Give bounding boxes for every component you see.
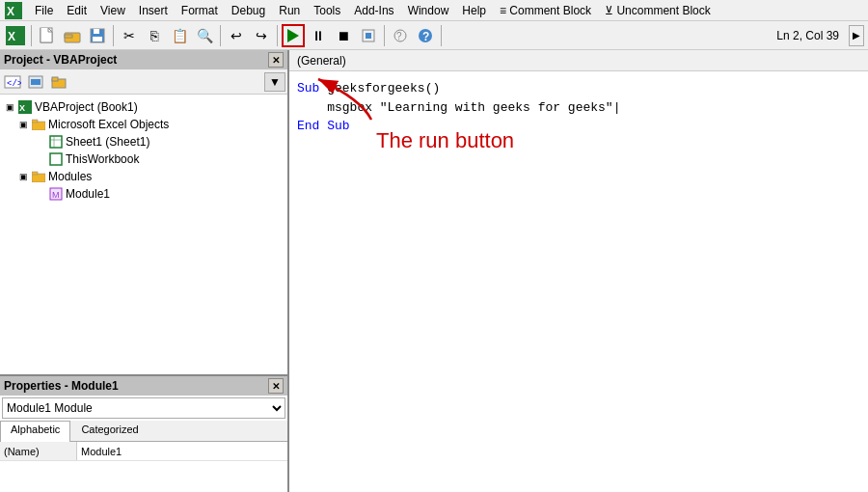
excel-icon: X — [17, 99, 33, 115]
properties-content: Module1 Module Alphabetic Categorized (N… — [0, 396, 287, 492]
toolbar-new-btn[interactable] — [36, 24, 59, 47]
toolbar-undo-btn[interactable]: ↩ — [225, 24, 248, 47]
tree-thisworkbook[interactable]: ▷ ThisWorkbook — [0, 150, 287, 168]
properties-tabs: Alphabetic Categorized — [0, 421, 287, 442]
toolbar-excel-icon: X — [4, 24, 27, 47]
menu-bar: X File Edit View Insert Format Debug Run… — [0, 0, 868, 21]
toolbar-paste-btn[interactable]: 📋 — [168, 24, 191, 47]
view-object-btn[interactable] — [25, 72, 46, 92]
svg-rect-11 — [93, 37, 102, 41]
view-code-btn[interactable]: </> — [2, 72, 23, 92]
project-scroll-btn[interactable]: ▼ — [264, 72, 285, 92]
tab-categorized[interactable]: Categorized — [70, 421, 149, 441]
svg-rect-31 — [50, 153, 62, 165]
prop-name-value: Module1 — [77, 446, 287, 457]
svg-text:?: ? — [396, 31, 402, 41]
sheet-icon — [48, 134, 64, 150]
properties-title: Properties - Module1 — [4, 379, 119, 393]
toolbar-copy-btn[interactable]: ⎘ — [143, 24, 166, 47]
tree-excel-objects[interactable]: ▣ Microsoft Excel Objects — [0, 116, 287, 133]
code-end-sub: End Sub — [297, 119, 350, 133]
menu-uncomment-block[interactable]: ⊻ Uncomment Block — [599, 2, 717, 19]
tree-label-sheet1: Sheet1 (Sheet1) — [66, 135, 149, 149]
menu-view[interactable]: View — [95, 2, 131, 19]
app-icon: X — [4, 1, 23, 20]
toolbar-sep-2 — [113, 25, 114, 46]
toolbar-find-btn[interactable]: 🔍 — [193, 24, 216, 47]
properties-title-bar: Properties - Module1 ✕ — [0, 376, 287, 396]
properties-grid: (Name) Module1 — [0, 442, 287, 461]
menu-addins[interactable]: Add-Ins — [348, 2, 399, 19]
svg-rect-26 — [32, 122, 45, 130]
project-title: Project - VBAProject — [4, 53, 117, 67]
toolbar-sep-5 — [384, 25, 385, 46]
workbook-icon — [48, 151, 64, 167]
properties-object-select[interactable]: Module1 Module — [3, 398, 285, 418]
menu-insert[interactable]: Insert — [133, 2, 174, 19]
svg-rect-13 — [366, 33, 371, 39]
menu-file[interactable]: File — [29, 2, 59, 19]
code-line-2: msgbox "Learning with geeks for geeks"| — [297, 98, 860, 118]
menu-tools[interactable]: Tools — [308, 2, 346, 19]
tree-label-excel-objects: Microsoft Excel Objects — [48, 118, 169, 131]
tab-alphabetic[interactable]: Alphabetic — [0, 421, 70, 442]
tree-sheet1[interactable]: ▷ Sheet1 (Sheet1) — [0, 133, 287, 150]
code-area[interactable]: Sub geeksforgeeks() msgbox "Learning wit… — [289, 71, 868, 492]
properties-dropdown[interactable]: Module1 Module — [2, 397, 285, 419]
tree-modules[interactable]: ▣ Modules — [0, 168, 287, 185]
tree-expand-root[interactable]: ▣ — [4, 101, 15, 113]
run-button[interactable] — [282, 24, 305, 47]
tree-expand-modules[interactable]: ▣ — [17, 171, 29, 182]
menu-help[interactable]: Help — [456, 2, 492, 19]
toolbar-help-btn[interactable]: ? — [414, 24, 437, 47]
toolbar-break-btn[interactable]: ⏸ — [307, 24, 330, 47]
toolbar-sep-3 — [220, 25, 221, 46]
tree-module1[interactable]: ▷ M Module1 — [0, 185, 287, 203]
toolbar-design-btn[interactable] — [357, 24, 380, 47]
svg-text:X: X — [19, 103, 25, 113]
svg-rect-28 — [50, 136, 62, 148]
tree-vbaproject[interactable]: ▣ X VBAProject (Book1) — [0, 98, 287, 116]
svg-rect-27 — [32, 120, 38, 123]
code-sub-keyword: Sub — [297, 81, 327, 96]
tree-label-module1: Module1 — [66, 187, 110, 201]
toolbar-obj-browser-btn[interactable]: ? — [389, 24, 412, 47]
toolbar-open-btn[interactable] — [61, 24, 84, 47]
menu-debug[interactable]: Debug — [226, 2, 271, 19]
code-sub-name: geeksforgeeks() — [327, 81, 440, 96]
svg-rect-23 — [52, 77, 58, 81]
menu-edit[interactable]: Edit — [61, 2, 93, 19]
project-title-bar: Project - VBAProject ✕ — [0, 50, 287, 69]
project-close-btn[interactable]: ✕ — [268, 52, 284, 68]
toolbar-redo-btn[interactable]: ↪ — [250, 24, 273, 47]
svg-rect-10 — [94, 29, 99, 34]
project-tree: ▣ X VBAProject (Book1) ▣ Microsoft Excel… — [0, 95, 287, 374]
menu-comment-block[interactable]: ≡ Comment Block — [494, 2, 597, 19]
toolbar-reset-btn[interactable]: ⏹ — [332, 24, 355, 47]
svg-rect-32 — [32, 174, 45, 182]
svg-text:X: X — [8, 30, 15, 43]
properties-close-btn[interactable]: ✕ — [268, 378, 284, 394]
toolbar-sep-1 — [31, 25, 32, 46]
toolbar-cut-btn[interactable]: ✂ — [118, 24, 141, 47]
menu-format[interactable]: Format — [176, 2, 224, 19]
toolbar-save-btn[interactable] — [86, 24, 109, 47]
menu-window[interactable]: Window — [402, 2, 455, 19]
code-msgbox: msgbox "Learning with geeks for geeks"| — [297, 100, 620, 115]
toggle-folders-btn[interactable] — [48, 72, 69, 92]
folder-icon-excel — [31, 117, 46, 132]
toolbar-scroll-btn[interactable]: ▶ — [849, 25, 864, 46]
svg-rect-8 — [65, 35, 72, 38]
main-area: Project - VBAProject ✕ </> ▼ — [0, 50, 868, 492]
prop-name-label: (Name) — [0, 442, 77, 460]
toolbar-sep-6 — [441, 25, 442, 46]
svg-text:X: X — [7, 5, 14, 18]
toolbar: X ✂ ⎘ 📋 🔍 ↩ ↪ ⏸ ⏹ ? ? Ln 2, Col 39 ▶ — [0, 21, 868, 50]
status-position: Ln 2, Col 39 — [769, 29, 847, 42]
code-header: (General) — [289, 50, 868, 71]
menu-run[interactable]: Run — [273, 2, 306, 19]
svg-text:?: ? — [422, 30, 429, 43]
svg-rect-33 — [32, 172, 38, 175]
code-line-3: End Sub — [297, 117, 860, 136]
tree-expand-excel-objects[interactable]: ▣ — [17, 119, 29, 130]
